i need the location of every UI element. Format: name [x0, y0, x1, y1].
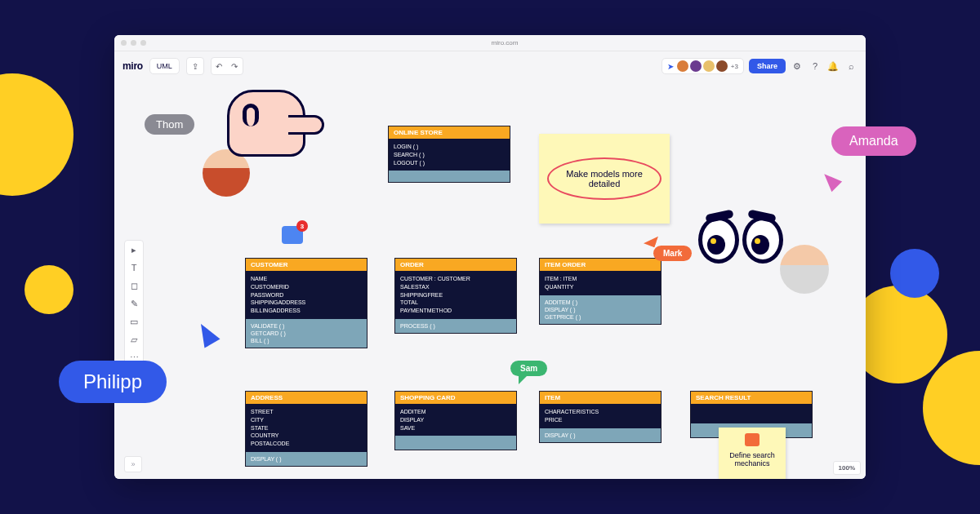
uml-title: ITEM	[540, 392, 661, 404]
avatar[interactable]	[716, 60, 728, 72]
redo-icon[interactable]: ↷	[231, 62, 238, 71]
tool-palette: ▸ T ◻ ✎ ▭ ▱ ⋯	[124, 240, 144, 367]
zoom-indicator[interactable]: 100%	[833, 461, 861, 475]
app-topbar: miro UML ⇪ ↶↷ ➤ +3 Share ⚙ ? 🔔 ⌕	[114, 51, 866, 81]
cursor-icon: ➤	[667, 62, 674, 71]
uml-title: ONLINE STORE	[389, 126, 510, 139]
sticky-text: Make models more detailed	[547, 157, 662, 200]
cursor-tag-sam: Sam	[510, 361, 547, 376]
browser-chrome: miro.com	[114, 35, 866, 51]
uml-class-online-store[interactable]: ONLINE STORE LOGIN ( ) SEARCH ( ) LOGOUT…	[388, 126, 510, 183]
uml-ops	[395, 436, 516, 450]
board-title[interactable]: UML	[149, 58, 180, 74]
uml-title: ADDRESS	[246, 392, 367, 404]
collapse-icon[interactable]: »	[124, 456, 142, 472]
traffic-light-icon[interactable]	[140, 40, 146, 46]
cursor-tag-philipp: Philipp	[59, 361, 167, 403]
cursor-tag-mark: Mark	[653, 246, 692, 261]
uml-attrs	[691, 404, 812, 423]
settings-icon[interactable]: ⚙	[791, 60, 804, 73]
uml-attrs: CUSTOMER : CUSTOMER SALESTAX SHIPPINGFRE…	[395, 271, 516, 319]
eyes-sticker-icon	[698, 216, 783, 264]
text-tool-icon[interactable]: T	[125, 259, 143, 277]
export-icon[interactable]: ⇪	[186, 57, 204, 75]
avatar[interactable]	[677, 60, 688, 72]
uml-attrs: NAME CUSTOMERID PASSWORD SHIPPINGADDRESS…	[246, 271, 367, 319]
uml-ops: DISPLAY ( )	[246, 452, 367, 466]
sticky-tool-icon[interactable]: ◻	[125, 277, 143, 295]
uml-attrs: CHARACTERISTICS PRICE	[540, 404, 661, 428]
uml-title: SHOPPING CARD	[395, 392, 516, 404]
uml-ops: VALIDATE ( ) GETCARD ( ) BILL ( )	[246, 319, 367, 348]
pen-tool-icon[interactable]: ✎	[125, 295, 143, 312]
shape-tool-icon[interactable]: ▭	[125, 312, 143, 330]
uml-class-address[interactable]: ADDRESS STREET CITY STATE COUNTRY POSTAL…	[245, 391, 368, 467]
bell-icon[interactable]: 🔔	[826, 60, 840, 73]
avatar-photo	[780, 245, 829, 294]
avatar[interactable]	[690, 60, 702, 72]
traffic-light-icon[interactable]	[121, 40, 127, 46]
uml-class-item[interactable]: ITEM CHARACTERISTICS PRICE DISPLAY ( )	[539, 391, 662, 443]
bg-circle	[0, 73, 74, 196]
comment-thread-icon[interactable]: 3	[282, 226, 303, 244]
avatar[interactable]	[703, 60, 715, 72]
uml-title: CUSTOMER	[246, 259, 367, 271]
uml-attrs: ITEM : ITEM QUANTITY	[540, 271, 661, 295]
uml-ops: ADDITEM ( ) DISPLAY ( ) GETPRICE ( )	[540, 295, 661, 324]
undo-icon[interactable]: ↶	[216, 62, 222, 71]
frame-tool-icon[interactable]: ▱	[125, 330, 143, 348]
presence-overflow[interactable]: +3	[731, 63, 738, 70]
uml-class-item-order[interactable]: ITEM ORDER ITEM : ITEM QUANTITY ADDITEM …	[539, 258, 662, 325]
sticky-note[interactable]: Make models more detailed	[539, 134, 670, 224]
uml-attrs: LOGIN ( ) SEARCH ( ) LOGOUT ( )	[389, 139, 510, 171]
bg-circle	[24, 265, 74, 314]
uml-attrs: STREET CITY STATE COUNTRY POSTALCODE	[246, 404, 367, 452]
sticky-note[interactable]: Define search mechanics	[719, 428, 786, 479]
cursor-tag-amanda: Amanda	[831, 126, 916, 156]
comment-icon[interactable]	[745, 433, 760, 446]
uml-ops: DISPLAY ( )	[540, 428, 661, 442]
cursor-tag-thom: Thom	[145, 114, 194, 135]
uml-ops: PROCESS ( )	[395, 319, 516, 333]
uml-title: SEARCH RESULT	[691, 392, 812, 404]
uml-class-order[interactable]: ORDER CUSTOMER : CUSTOMER SALESTAX SHIPP…	[394, 258, 517, 334]
hand-sticker-icon	[227, 90, 305, 157]
select-tool-icon[interactable]: ▸	[125, 241, 143, 259]
uml-attrs: ADDITEM DISPLAY SAVE	[395, 404, 516, 436]
help-icon[interactable]: ?	[808, 60, 822, 73]
uml-class-customer[interactable]: CUSTOMER NAME CUSTOMERID PASSWORD SHIPPI…	[245, 258, 368, 348]
traffic-light-icon[interactable]	[131, 40, 136, 46]
share-button[interactable]: Share	[749, 59, 786, 73]
uml-title: ORDER	[395, 259, 516, 271]
undo-redo[interactable]: ↶↷	[211, 57, 243, 75]
comment-count-badge: 3	[296, 220, 308, 232]
uml-ops	[389, 171, 510, 182]
sticky-text: Define search mechanics	[727, 451, 777, 467]
presence-bar[interactable]: ➤ +3	[662, 58, 744, 74]
bg-circle	[890, 249, 939, 298]
uml-title: ITEM ORDER	[540, 259, 661, 271]
miro-logo[interactable]: miro	[122, 60, 143, 72]
search-icon[interactable]: ⌕	[844, 60, 858, 73]
url-bar[interactable]: miro.com	[150, 39, 859, 47]
uml-class-shopping-card[interactable]: SHOPPING CARD ADDITEM DISPLAY SAVE	[394, 391, 517, 450]
